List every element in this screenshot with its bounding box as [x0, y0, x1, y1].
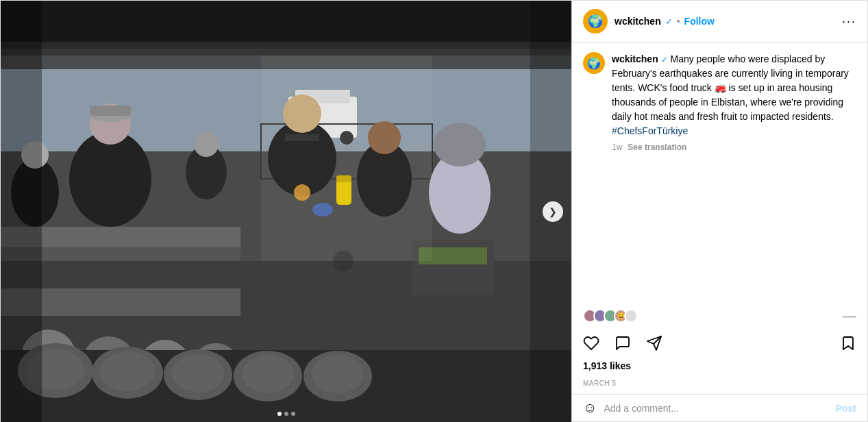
carousel-dot-1[interactable] — [277, 412, 282, 416]
post-date: MARCH 5 — [583, 380, 617, 387]
header-username[interactable]: wckitchen — [615, 16, 661, 27]
caption-username[interactable]: wckitchen — [612, 53, 658, 64]
see-translation-button[interactable]: See translation — [628, 141, 686, 153]
reaction-avatars: 😀 — [583, 309, 634, 323]
share-button[interactable] — [643, 332, 665, 354]
save-button[interactable] — [837, 332, 859, 354]
post-content-panel: 🌍 wckitchen ✓ • Follow ··· 🌍 wckitchen ✓… — [571, 1, 867, 421]
likes-count[interactable]: 1,913 likes — [583, 360, 631, 371]
share-icon — [646, 335, 662, 351]
svg-rect-40 — [261, 55, 432, 261]
post-image-svg — [1, 1, 571, 422]
header-dot-separator: • — [677, 16, 680, 27]
svg-point-32 — [194, 132, 219, 157]
caption-avatar-emoji: 🌍 — [587, 57, 601, 70]
like-button[interactable] — [580, 332, 602, 354]
post-container: ❯ 🌍 wckitchen ✓ • Follow ··· — [0, 0, 868, 422]
more-options-button[interactable]: ··· — [842, 14, 856, 29]
svg-rect-54 — [1, 1, 571, 42]
post-header: 🌍 wckitchen ✓ • Follow ··· — [572, 1, 867, 42]
reactions-row: 😀 — — [572, 309, 867, 328]
smile-icon: ☺ — [583, 400, 597, 415]
svg-point-26 — [434, 123, 486, 166]
post-image-area: ❯ — [1, 1, 571, 422]
comment-icon — [615, 335, 631, 351]
heart-icon — [583, 335, 599, 351]
caption-hashtag[interactable]: #ChefsForTürkiye — [612, 125, 688, 136]
likes-row: 1,913 likes — [572, 358, 867, 375]
caption-row: 🌍 wckitchen ✓ Many people who were displ… — [583, 52, 856, 153]
svg-point-51 — [312, 355, 364, 393]
reaction-dash: — — [843, 309, 856, 323]
svg-point-20 — [69, 131, 151, 227]
chevron-right-icon: ❯ — [549, 206, 557, 217]
follow-button[interactable]: Follow — [684, 16, 715, 27]
date-row: MARCH 5 — [572, 375, 867, 394]
svg-point-48 — [100, 351, 155, 391]
caption-avatar[interactable]: 🌍 — [583, 52, 605, 74]
comment-row: ☺ Post — [572, 394, 867, 421]
svg-point-49 — [172, 354, 224, 393]
carousel-next-button[interactable]: ❯ — [543, 201, 563, 222]
svg-rect-23 — [90, 106, 131, 116]
reaction-avatar-5 — [624, 309, 638, 323]
bookmark-icon — [840, 335, 856, 351]
caption-verified-badge: ✓ — [661, 55, 668, 64]
emoji-button[interactable]: ☺ — [583, 400, 597, 416]
comment-button[interactable] — [612, 332, 634, 354]
carousel-dot-2[interactable] — [284, 412, 288, 416]
svg-rect-52 — [1, 1, 42, 422]
caption-area: 🌍 wckitchen ✓ Many people who were displ… — [572, 42, 867, 309]
caption-meta: 1w See translation — [612, 141, 856, 153]
caption-body: wckitchen ✓ Many people who were displac… — [612, 52, 856, 153]
carousel-dot-3[interactable] — [291, 412, 295, 416]
avatar-emoji: 🌍 — [588, 14, 603, 29]
post-comment-button[interactable]: Post — [836, 403, 856, 414]
avatar[interactable]: 🌍 — [583, 9, 608, 34]
comment-input[interactable] — [604, 403, 828, 414]
svg-point-50 — [242, 355, 294, 393]
header-verified-badge: ✓ — [665, 16, 673, 27]
carousel-dots — [277, 412, 295, 416]
header-middle: wckitchen ✓ • Follow — [615, 16, 835, 27]
action-row — [572, 328, 867, 358]
caption-time: 1w — [612, 141, 622, 153]
